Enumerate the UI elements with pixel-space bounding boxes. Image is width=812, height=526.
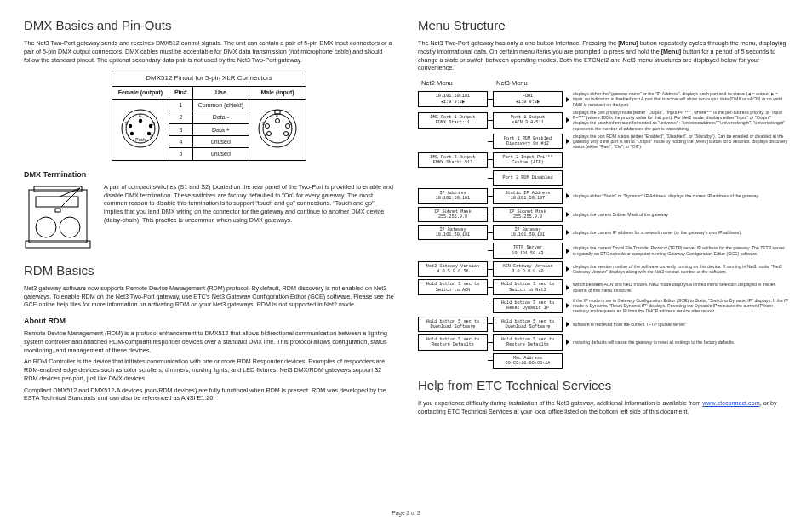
- net2-menu-item: Hold button 5 sec toSwitch to ACN: [418, 279, 488, 294]
- menu-desc: displays the current Trivial File Transf…: [573, 245, 788, 255]
- pinout-table: DMX512 Pinout for 5-pin XLR Connectors F…: [112, 71, 306, 160]
- svg-point-29: [36, 217, 56, 237]
- pin-3-use: Data +: [192, 123, 249, 135]
- menu-desc: displays either the "gateway name" or th…: [573, 91, 788, 107]
- svg-line-34: [61, 188, 80, 207]
- menu-desc: switch between ACN and Net2 modes. Net2 …: [573, 282, 788, 292]
- heading-dmx-basics: DMX Basics and Pin-Outs: [24, 17, 394, 34]
- heading-menu-structure: Menu Structure: [418, 17, 788, 34]
- pin-3-num: 3: [169, 123, 192, 135]
- svg-point-2: [130, 132, 134, 135]
- net3-menu-item: Hold button 5 sec toRestore Defaults: [493, 334, 563, 350]
- menu-desc: if the IP mode is set in Gateway Configu…: [573, 298, 788, 314]
- menu-diagram: Net2 Menu Net3 Menu 10.101.50.101◀1:9 9:…: [418, 79, 788, 369]
- net3-menu-item: Port 2 Input Pri***Custom (AIP): [493, 152, 563, 168]
- etc-link[interactable]: www.etcconnect.com: [702, 399, 760, 407]
- col-header-net2: Net2 Menu: [421, 79, 495, 88]
- svg-text:4: 4: [139, 113, 141, 118]
- menu-desc: displays the port RDM status (either "En…: [573, 134, 788, 150]
- th-female: Female (output): [112, 87, 169, 99]
- net3-menu-item: TFTP Server10.101.50.43: [493, 243, 563, 258]
- th-pin: Pin#: [169, 87, 192, 99]
- svg-rect-27: [26, 241, 90, 248]
- net2-menu-item: 10.101.50.101◀1:9 9:2▶: [418, 91, 488, 106]
- svg-point-6: [139, 119, 142, 123]
- menu-desc: displays the port priority mode (either …: [573, 110, 788, 131]
- xlr-male-diagram: 21 35 4: [249, 99, 306, 160]
- net3-menu-item: FOH1◀1:9 9:2▶: [493, 91, 563, 106]
- net2-menu-item: DMX Port 1 OutputEDMX Start: 1: [418, 112, 488, 128]
- net3-menu-item: ACN Gateway Version3.0.0.0.0.40: [493, 261, 563, 277]
- col-header-net3: Net3 Menu: [496, 79, 569, 88]
- heading-about-rdm: About RDM: [24, 316, 394, 326]
- about-rdm-p1: Remote Device Management (RDM) is a prot…: [24, 329, 394, 354]
- svg-text:1: 1: [128, 134, 130, 139]
- net3-menu-item: IP Subnet Mask255.255.0.0: [493, 207, 563, 222]
- page-footer: Page 2 of 2: [0, 510, 812, 517]
- net2-menu-item: Hold button 5 sec toRestore Defaults: [418, 334, 488, 350]
- help-text: If you experience difficulty during inst…: [418, 399, 788, 415]
- net2-menu-item: IP Gateway10.101.50.101: [418, 225, 488, 240]
- menu-desc: displays the version number of the softw…: [573, 264, 788, 274]
- pin-1-num: 1: [169, 99, 192, 111]
- svg-rect-32: [55, 209, 60, 212]
- svg-text:3: 3: [262, 121, 265, 126]
- menu-desc: software is retrieved from the current T…: [573, 322, 788, 327]
- pin-5-use: unused: [192, 148, 249, 160]
- net3-menu-item: Port 1 RDM EnabledDiscovery On #12: [493, 134, 563, 149]
- net2-menu-item: Hold button 5 sec toDownload Software: [418, 317, 488, 332]
- about-rdm-p3: Compliant DMX512 and DMX512-A devices (n…: [24, 386, 394, 403]
- menu-intro: The Net3 Two-Port gateway has only a one…: [418, 39, 788, 72]
- menu-desc: displays the current Subnet Mask of the …: [573, 212, 788, 217]
- xlr-female-diagram: Push 12 53 4: [112, 99, 169, 160]
- pin-2-num: 2: [169, 111, 192, 123]
- net2-menu-item: Net2 Gateway Version4.0.5.9.0.36: [418, 261, 488, 277]
- svg-point-17: [266, 124, 270, 129]
- rdm-intro: Net3 gateway software now supports Remot…: [24, 284, 394, 309]
- svg-text:3: 3: [152, 121, 155, 126]
- heading-dmx-termination: DMX Termination: [24, 169, 394, 180]
- net3-menu-item: IP Gateway10.101.50.101: [493, 225, 563, 240]
- svg-text:5: 5: [289, 121, 292, 126]
- svg-text:2: 2: [265, 134, 267, 139]
- th-male: Male (input): [249, 87, 306, 99]
- svg-text:2: 2: [150, 134, 152, 139]
- pin-2-use: Data -: [192, 111, 249, 123]
- net3-menu-item: Hold button 5 sec toDownload Software: [493, 317, 563, 332]
- termination-text: A pair of compact switches (S1 and S2) l…: [104, 183, 394, 225]
- net3-menu-item: Port 2 RDM Disabled: [493, 170, 563, 186]
- svg-point-30: [60, 217, 80, 237]
- svg-point-19: [276, 119, 280, 123]
- net2-menu-item: IP Subnet Mask255.255.0.0: [418, 207, 488, 222]
- about-rdm-p2: An RDM Controller is the device that ini…: [24, 357, 394, 382]
- pin-4-use: unused: [192, 135, 249, 147]
- net2-menu-item: IP Address10.101.50.101: [418, 188, 488, 203]
- pin-5-num: 5: [169, 148, 192, 160]
- svg-text:Push: Push: [135, 137, 146, 142]
- th-use: Use: [192, 87, 249, 99]
- menu-desc: displays either "Static" or "Dynamic" IP…: [573, 193, 788, 198]
- svg-text:5: 5: [125, 121, 128, 126]
- pin-1-use: Common (shield): [192, 99, 249, 111]
- heading-help: Help from ETC Technical Services: [418, 377, 788, 394]
- svg-point-15: [267, 132, 272, 136]
- gateway-rear-diagram: [24, 183, 92, 252]
- net3-menu-item: Hold button 5 sec toSwitch to Net2: [493, 279, 563, 294]
- svg-rect-31: [36, 197, 78, 207]
- pin-4-num: 4: [169, 135, 192, 147]
- net2-menu-item: DMX Port 2 OutputEDMX Start: 513: [418, 152, 488, 168]
- dmx-intro: The Net3 Two-Port gateway sends and rece…: [24, 39, 394, 64]
- svg-point-4: [129, 124, 132, 128]
- net3-menu-item: Static IP Address10.101.50.107: [493, 188, 563, 203]
- svg-text:4: 4: [276, 113, 278, 118]
- net3-menu-item: Mac Address00:C0:16:00:00:1A: [493, 353, 563, 369]
- net3-menu-item: Hold button 5 sec toReset Dynamic IP: [493, 298, 563, 313]
- svg-text:1: 1: [287, 134, 289, 139]
- menu-desc: displays the current IP address for a ne…: [573, 230, 788, 235]
- heading-rdm-basics: RDM Basics: [24, 262, 394, 279]
- pinout-title: DMX512 Pinout for 5-pin XLR Connectors: [112, 71, 306, 87]
- net3-menu-item: Port 1 OutputsACN 3:4-511: [493, 112, 563, 128]
- menu-desc: restoring defaults will cause the gatewa…: [573, 340, 788, 345]
